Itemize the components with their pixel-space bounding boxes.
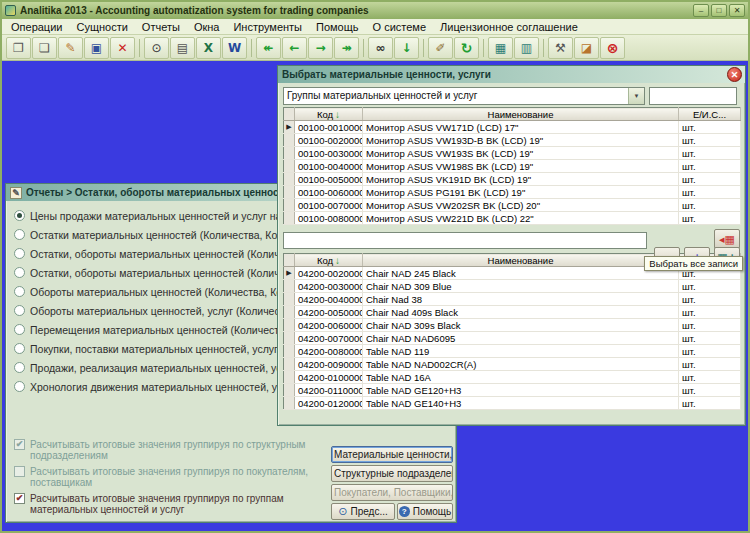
eraser-button[interactable]: ◪ bbox=[574, 37, 599, 59]
maximize-button[interactable]: □ bbox=[711, 4, 727, 17]
group-combobox[interactable]: Группы материальных ценностей и услуг ▼ bbox=[283, 87, 645, 105]
radio-icon[interactable] bbox=[14, 362, 25, 373]
menu-item-7[interactable]: О системе bbox=[366, 20, 433, 34]
buyers-suppliers-button[interactable]: Покупатели, Поставщики,... bbox=[331, 484, 453, 501]
list-view-button[interactable]: ▥ bbox=[514, 37, 539, 59]
tools-button[interactable]: ⚒ bbox=[548, 37, 573, 59]
nav-forward-button[interactable]: → bbox=[308, 37, 333, 59]
table-row[interactable]: 00100-0040000Монитор ASUS VW198S BK (LCD… bbox=[284, 160, 741, 173]
radio-icon[interactable] bbox=[14, 248, 25, 259]
table-row[interactable]: 04200-0040000Chair Nad 38шт. bbox=[284, 293, 741, 306]
title-bar[interactable]: Analitika 2013 - Accounting automatizati… bbox=[2, 2, 748, 19]
radio-icon[interactable] bbox=[14, 343, 25, 354]
column-header-label: Код bbox=[317, 255, 333, 266]
table-cell: Chair NAD 309s Black bbox=[363, 319, 679, 332]
search-binoculars-button[interactable]: ∞ bbox=[368, 37, 393, 59]
radio-icon[interactable] bbox=[14, 286, 25, 297]
material-values-button[interactable]: Материальные ценности,У... bbox=[331, 446, 453, 463]
table-row[interactable]: 04200-0100000Table NAD 16Aшт. bbox=[284, 371, 741, 384]
export-word-icon: W bbox=[228, 42, 241, 54]
new-document-button[interactable]: ❏ bbox=[32, 37, 57, 59]
export-excel-button[interactable]: X bbox=[196, 37, 221, 59]
table-row[interactable]: 00100-0050000Монитор ASUS VK191D BK (LCD… bbox=[284, 173, 741, 186]
report-buttons: Материальные ценности,У... Структурные п… bbox=[331, 446, 453, 520]
nav-back-button[interactable]: ← bbox=[282, 37, 307, 59]
table-row[interactable]: 04200-0080000Table NAD 119шт. bbox=[284, 345, 741, 358]
menu-item-6[interactable]: Помощь bbox=[309, 20, 366, 34]
table-row[interactable]: 00100-0020000Монитор ASUS VW193D-B BK (L… bbox=[284, 134, 741, 147]
print-button[interactable]: ▤ bbox=[170, 37, 195, 59]
checkbox-checked-icon[interactable]: ✔ bbox=[14, 493, 25, 504]
download-button[interactable]: ↓ bbox=[394, 37, 419, 59]
column-header[interactable]: Код↓ bbox=[295, 108, 363, 121]
menu-item-8[interactable]: Лицензионное соглашение bbox=[433, 20, 585, 34]
checkbox-icon bbox=[14, 466, 25, 477]
export-word-button[interactable]: W bbox=[222, 37, 247, 59]
column-header[interactable]: Наименование bbox=[363, 108, 679, 121]
radio-selected-icon[interactable] bbox=[14, 210, 25, 221]
radio-icon[interactable] bbox=[14, 324, 25, 335]
dialog-titlebar[interactable]: Выбрать материальные ценности, услуги bbox=[278, 66, 745, 83]
table-row[interactable]: 00100-0060000Монитор ASUS PG191 BK (LCD)… bbox=[284, 186, 741, 199]
current-row-marker-icon: ▶ bbox=[284, 121, 295, 134]
design-pencil-button[interactable]: ✐ bbox=[428, 37, 453, 59]
nav-last-button[interactable]: ↠ bbox=[334, 37, 359, 59]
refresh-button[interactable]: ↻ bbox=[454, 37, 479, 59]
menu-item-5[interactable]: Инструменты bbox=[226, 20, 309, 34]
structural-units-button[interactable]: Структурные подразделения bbox=[331, 465, 453, 482]
close-button[interactable]: ✕ bbox=[729, 4, 745, 17]
preview-button[interactable]: ⊙ Предс... bbox=[331, 503, 395, 520]
search-input[interactable] bbox=[283, 232, 647, 249]
table-cell: Chair NAD 245 Black bbox=[363, 267, 679, 280]
radio-icon[interactable] bbox=[14, 267, 25, 278]
table-cell: шт. bbox=[679, 319, 741, 332]
select-all-button[interactable]: ◂▦ bbox=[714, 229, 740, 249]
grid-view-button[interactable]: ▦ bbox=[488, 37, 513, 59]
radio-icon[interactable] bbox=[14, 305, 25, 316]
eraser-icon: ◪ bbox=[581, 42, 592, 54]
menu-item-3[interactable]: Отчеты bbox=[135, 20, 187, 34]
table-row[interactable]: 00100-0080000Монитор ASUS VW221D BK (LCD… bbox=[284, 212, 741, 225]
delete-button[interactable]: ✕ bbox=[110, 37, 135, 59]
report-checkbox-3[interactable]: ✔Расчитывать итоговые значения группируя… bbox=[14, 493, 316, 515]
nav-back-icon: ← bbox=[289, 42, 299, 54]
table-row[interactable]: 04200-0110000Table NAD GE120+H3шт. bbox=[284, 384, 741, 397]
column-header[interactable]: Наименование bbox=[363, 254, 679, 267]
save-button[interactable]: ▣ bbox=[84, 37, 109, 59]
row-selector bbox=[284, 358, 295, 371]
menu-item-2[interactable]: Сущности bbox=[69, 20, 134, 34]
stop-button[interactable]: ⊗ bbox=[600, 37, 625, 59]
edit-document-button[interactable]: ✎ bbox=[58, 37, 83, 59]
menu-item-1[interactable]: Операции bbox=[4, 20, 69, 34]
group-filter-input[interactable] bbox=[649, 87, 737, 105]
table-cell: шт. bbox=[679, 199, 741, 212]
table-row[interactable]: 04200-0090000Table NAD NAD002CR(A)шт. bbox=[284, 358, 741, 371]
table-cell: Chair Nad 409s Black bbox=[363, 306, 679, 319]
table-row[interactable]: 00100-0070000Монитор ASUS VW202SR BK (LC… bbox=[284, 199, 741, 212]
table-row[interactable]: 00100-0030000Монитор ASUS VW193S BK (LCD… bbox=[284, 147, 741, 160]
table-row[interactable]: 04200-0120000Table NAD GE140+H3шт. bbox=[284, 397, 741, 410]
column-header[interactable]: Е/И.С... bbox=[679, 108, 741, 121]
radio-icon[interactable] bbox=[14, 381, 25, 392]
table-row[interactable]: 04200-0070000Chair NAD NAD6095шт. bbox=[284, 332, 741, 345]
table-row[interactable]: 04200-0060000Chair NAD 309s Blackшт. bbox=[284, 319, 741, 332]
table-row[interactable]: ▶00100-0010000Монитор ASUS VW171D (LCD) … bbox=[284, 121, 741, 134]
row-selector bbox=[284, 345, 295, 358]
table-row[interactable]: 04200-0050000Chair Nad 409s Blackшт. bbox=[284, 306, 741, 319]
table-cell: Монитор ASUS VW193S BK (LCD) 19" bbox=[363, 147, 679, 160]
chevron-down-icon[interactable]: ▼ bbox=[628, 88, 644, 104]
dialog-close-icon[interactable]: ✕ bbox=[727, 67, 742, 82]
help-button[interactable]: ? Помощь bbox=[397, 503, 453, 520]
nav-first-button[interactable]: ↞ bbox=[256, 37, 281, 59]
table-cell: 04200-0120000 bbox=[295, 397, 363, 410]
minimize-button[interactable]: – bbox=[693, 4, 709, 17]
table-row[interactable]: 04200-0030000Chair NAD 309 Blueшт. bbox=[284, 280, 741, 293]
menu-item-4[interactable]: Окна bbox=[187, 20, 227, 34]
radio-icon[interactable] bbox=[14, 229, 25, 240]
copy-button[interactable]: ❐ bbox=[6, 37, 31, 59]
list-view-icon: ▥ bbox=[521, 42, 532, 54]
column-header[interactable]: Код↓ bbox=[295, 254, 363, 267]
print-preview-button[interactable]: ⊙ bbox=[144, 37, 169, 59]
table-cell: 00100-0080000 bbox=[295, 212, 363, 225]
row-selector bbox=[284, 160, 295, 173]
